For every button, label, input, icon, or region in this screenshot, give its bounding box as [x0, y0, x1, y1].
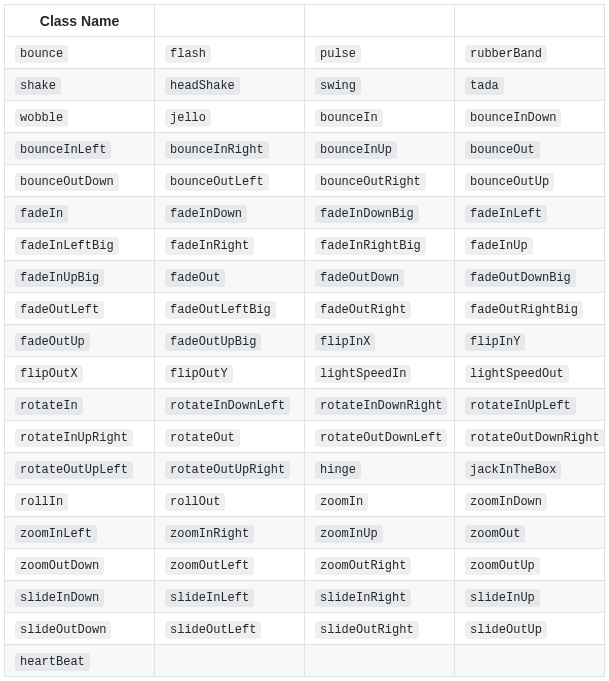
table-cell: zoomInRight	[155, 517, 305, 549]
table-cell: bounceOutDown	[5, 165, 155, 197]
table-cell: flipOutX	[5, 357, 155, 389]
table-cell: rotateOutDownRight	[455, 421, 605, 453]
class-name-code: zoomInDown	[465, 493, 547, 511]
class-name-code: fadeInLeft	[465, 205, 547, 223]
table-row: rollInrollOutzoomInzoomInDown	[5, 485, 605, 517]
table-cell: rotateOutDownLeft	[305, 421, 455, 453]
table-cell: bounceOutRight	[305, 165, 455, 197]
class-name-code: rollIn	[15, 493, 68, 511]
class-name-code: rotateInDownLeft	[165, 397, 290, 415]
class-name-code: rotateOutDownLeft	[315, 429, 447, 447]
table-cell: fadeInDown	[155, 197, 305, 229]
table-row: fadeOutUpfadeOutUpBigflipInXflipInY	[5, 325, 605, 357]
table-cell: zoomOutRight	[305, 549, 455, 581]
class-name-code: zoomOutUp	[465, 557, 540, 575]
table-cell	[155, 645, 305, 677]
table-cell	[455, 645, 605, 677]
table-row: bounceInLeftbounceInRightbounceInUpbounc…	[5, 133, 605, 165]
table-row: fadeInfadeInDownfadeInDownBigfadeInLeft	[5, 197, 605, 229]
class-name-code: zoomOutDown	[15, 557, 104, 575]
table-row: fadeInLeftBigfadeInRightfadeInRightBigfa…	[5, 229, 605, 261]
class-name-code: bounceOutLeft	[165, 173, 269, 191]
class-name-code: fadeInRight	[165, 237, 254, 255]
class-name-code: zoomOutLeft	[165, 557, 254, 575]
table-cell: rotateInUpLeft	[455, 389, 605, 421]
table-row: slideInDownslideInLeftslideInRightslideI…	[5, 581, 605, 613]
table-row: shakeheadShakeswingtada	[5, 69, 605, 101]
class-name-code: fadeOutRight	[315, 301, 411, 319]
class-name-code: zoomInUp	[315, 525, 383, 543]
table-cell: zoomInDown	[455, 485, 605, 517]
table-row: zoomInLeftzoomInRightzoomInUpzoomOut	[5, 517, 605, 549]
table-cell: pulse	[305, 37, 455, 69]
table-cell: lightSpeedIn	[305, 357, 455, 389]
table-cell: bounce	[5, 37, 155, 69]
class-name-code: rollOut	[165, 493, 225, 511]
table-cell: flipInY	[455, 325, 605, 357]
table-cell: bounceOutUp	[455, 165, 605, 197]
table-cell: fadeOutDown	[305, 261, 455, 293]
table-cell: slideInLeft	[155, 581, 305, 613]
table-row: heartBeat	[5, 645, 605, 677]
table-cell: rollOut	[155, 485, 305, 517]
table-cell: rollIn	[5, 485, 155, 517]
table-header-cell	[455, 5, 605, 37]
table-cell: headShake	[155, 69, 305, 101]
table-cell: jello	[155, 101, 305, 133]
table-cell: slideOutDown	[5, 613, 155, 645]
table-cell: fadeOutLeft	[5, 293, 155, 325]
table-cell: wobble	[5, 101, 155, 133]
table-cell: fadeInUp	[455, 229, 605, 261]
class-name-code: flash	[165, 45, 211, 63]
table-cell: fadeInRightBig	[305, 229, 455, 261]
table-cell: rotateIn	[5, 389, 155, 421]
table-cell: fadeOut	[155, 261, 305, 293]
class-name-code: fadeOut	[165, 269, 225, 287]
table-cell: slideInUp	[455, 581, 605, 613]
class-name-code: slideOutLeft	[165, 621, 261, 639]
table-cell: rubberBand	[455, 37, 605, 69]
table-cell: slideInRight	[305, 581, 455, 613]
class-name-code: rotateInUpRight	[15, 429, 133, 447]
table-cell: rotateOutUpRight	[155, 453, 305, 485]
table-header-row: Class Name	[5, 5, 605, 37]
class-name-code: fadeOutUp	[15, 333, 90, 351]
class-name-code: lightSpeedIn	[315, 365, 411, 383]
table-cell: fadeOutUpBig	[155, 325, 305, 357]
table-cell: fadeIn	[5, 197, 155, 229]
table-row: fadeOutLeftfadeOutLeftBigfadeOutRightfad…	[5, 293, 605, 325]
table-cell: zoomOutLeft	[155, 549, 305, 581]
table-cell: lightSpeedOut	[455, 357, 605, 389]
table-cell: fadeOutDownBig	[455, 261, 605, 293]
class-name-code: flipOutY	[165, 365, 233, 383]
class-name-code: slideInDown	[15, 589, 104, 607]
class-name-code: slideInRight	[315, 589, 411, 607]
table-cell: heartBeat	[5, 645, 155, 677]
class-name-code: wobble	[15, 109, 68, 127]
class-name-code: bounce	[15, 45, 68, 63]
class-name-code: flipOutX	[15, 365, 83, 383]
table-cell: fadeOutUp	[5, 325, 155, 357]
class-name-code: slideOutDown	[15, 621, 111, 639]
table-cell: flipOutY	[155, 357, 305, 389]
class-name-code: slideInLeft	[165, 589, 254, 607]
class-name-code: flipInY	[465, 333, 525, 351]
table-cell: bounceOutLeft	[155, 165, 305, 197]
class-name-code: fadeInRightBig	[315, 237, 426, 255]
table-cell: slideInDown	[5, 581, 155, 613]
class-name-code: bounceInDown	[465, 109, 561, 127]
class-name-code: swing	[315, 77, 361, 95]
class-name-code: heartBeat	[15, 653, 90, 671]
table-cell: flash	[155, 37, 305, 69]
class-name-code: zoomOut	[465, 525, 525, 543]
table-cell: slideOutLeft	[155, 613, 305, 645]
table-row: bounceflashpulserubberBand	[5, 37, 605, 69]
class-name-code: jackInTheBox	[465, 461, 561, 479]
class-name-code: rotateIn	[15, 397, 83, 415]
table-cell: slideOutRight	[305, 613, 455, 645]
table-header-cell: Class Name	[5, 5, 155, 37]
table-cell: rotateInDownRight	[305, 389, 455, 421]
class-name-code: bounceOut	[465, 141, 540, 159]
table-cell: fadeInLeftBig	[5, 229, 155, 261]
table-row: zoomOutDownzoomOutLeftzoomOutRightzoomOu…	[5, 549, 605, 581]
